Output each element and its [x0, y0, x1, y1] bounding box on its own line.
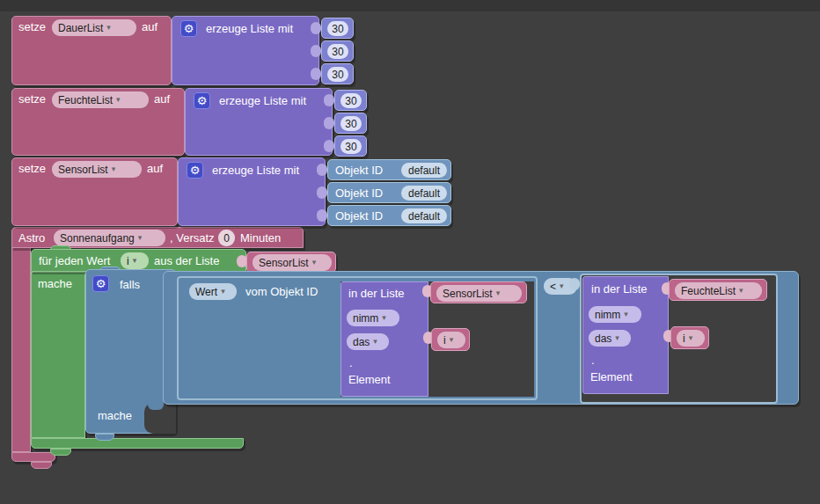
variable-dropdown[interactable]: SensorList ▾ [436, 285, 522, 302]
loop-do-label: mache [38, 277, 72, 290]
loop-block-bottom-bar[interactable] [31, 438, 244, 449]
variable-block-feuchtelist[interactable]: FeuchteList ▾ [669, 279, 767, 301]
variable-dropdown[interactable]: i ▾ [677, 330, 705, 347]
variable-dropdown-feuchtelist[interactable]: FeuchteList ▾ [52, 91, 149, 108]
in-der-liste-label: in der Liste [591, 282, 648, 296]
dropdown-arrow-icon: ▾ [615, 334, 619, 342]
create-list-label: erzeuge Liste mit [219, 94, 306, 107]
astro-event-dropdown[interactable]: Sonnenaufgang ▾ [54, 230, 165, 246]
object-id-label: Objekt ID [335, 164, 383, 177]
das-dropdown[interactable]: das ▾ [589, 330, 631, 347]
astro-unit-label: Minuten [240, 231, 281, 245]
workspace-top-edge [0, 0, 820, 11]
das-dropdown[interactable]: das ▾ [347, 333, 389, 350]
input-socket [569, 278, 580, 290]
variable-dropdown-dauerlist[interactable]: DauerList ▾ [52, 19, 136, 36]
loop-block-left-bar[interactable]: mache [31, 272, 85, 438]
gear-icon[interactable]: ⚙ [92, 275, 109, 292]
dropdown-arrow-icon: ▾ [112, 165, 116, 173]
set-keyword: setze [18, 92, 46, 106]
number-block[interactable]: 30 [321, 63, 354, 84]
number-block[interactable]: 30 [321, 40, 354, 62]
variable-block-sensorlist[interactable]: SensorList ▾ [246, 252, 336, 273]
astro-block-bottom-foot[interactable] [11, 452, 55, 462]
block-create-list-3[interactable]: ⚙ erzeuge Liste mit [178, 157, 326, 226]
block-set-feuchtelist[interactable]: setze FeuchteList ▾ auf [11, 88, 185, 156]
input-socket [311, 22, 321, 34]
nimm-dropdown[interactable]: nimm ▾ [589, 306, 641, 323]
loop-next-connector [50, 449, 71, 456]
dropdown-arrow-icon: ▾ [138, 234, 143, 242]
block-list-get-left[interactable]: in der Liste nimm ▾ das ▾ . Element [340, 281, 428, 397]
element-label: Element [590, 370, 633, 383]
number-block[interactable]: 30 [334, 135, 367, 157]
astro-block-left-bar[interactable] [11, 246, 31, 452]
number-field[interactable]: 30 [327, 21, 348, 36]
loop-variable-dropdown[interactable]: i ▾ [121, 252, 149, 269]
block-create-list-1[interactable]: ⚙ erzeuge Liste mit [172, 16, 319, 85]
number-field[interactable]: 30 [340, 93, 362, 108]
object-id-field[interactable]: default [401, 186, 447, 201]
astro-offset-field[interactable]: 0 [218, 230, 235, 246]
dropdown-arrow-icon: ▾ [450, 336, 454, 344]
object-id-block[interactable]: Objekt ID default [327, 182, 451, 203]
nimm-dropdown[interactable]: nimm ▾ [347, 310, 399, 326]
gear-icon[interactable]: ⚙ [180, 20, 197, 37]
variable-dropdown-sensorlist[interactable]: SensorList ▾ [52, 161, 142, 178]
number-field[interactable]: 30 [340, 139, 362, 154]
gear-icon[interactable]: ⚙ [194, 92, 210, 109]
in-der-liste-label: in der Liste [348, 287, 405, 300]
object-id-label: Objekt ID [335, 186, 383, 200]
block-list-get-right[interactable]: in der Liste nimm ▾ das ▾ . Element [582, 276, 669, 394]
number-field[interactable]: 30 [327, 44, 348, 59]
object-id-field[interactable]: default [401, 163, 447, 178]
number-field[interactable]: 30 [327, 67, 348, 82]
compare-left-operand-frame[interactable]: Wert ▾ vom Objekt ID in der Liste nimm ▾… [177, 276, 538, 400]
create-list-label: erzeuge Liste mit [206, 22, 293, 35]
astro-block-next-connector [31, 462, 52, 469]
dropdown-arrow-icon: ▾ [312, 259, 317, 267]
wert-dropdown[interactable]: Wert ▾ [189, 283, 237, 300]
input-socket [324, 94, 334, 106]
block-create-list-2[interactable]: ⚙ erzeuge Liste mit [185, 88, 333, 156]
loop-variable-name: i [127, 255, 129, 267]
dot-label: . [591, 354, 595, 367]
variable-block-sensorlist[interactable]: SensorList ▾ [430, 281, 527, 303]
block-compare[interactable]: Wert ▾ vom Objekt ID in der Liste nimm ▾… [163, 271, 799, 405]
falls-label: falls [120, 278, 140, 291]
falls-do-label: mache [98, 409, 132, 422]
object-id-field[interactable]: default [401, 208, 447, 223]
number-block[interactable]: 30 [334, 113, 367, 134]
dropdown-arrow-icon: ▾ [116, 96, 121, 104]
object-id-block[interactable]: Objekt ID default [327, 159, 451, 180]
set-aux-label: auf [147, 162, 163, 175]
set-keyword: setze [18, 20, 46, 33]
dropdown-arrow-icon: ▾ [739, 287, 743, 295]
object-id-block[interactable]: Objekt ID default [327, 205, 451, 226]
element-label: Element [348, 373, 391, 386]
set-aux-label: auf [154, 92, 170, 106]
vom-objekt-id-label: vom Objekt ID [245, 285, 318, 298]
input-socket [311, 68, 321, 80]
variable-block-i[interactable]: i ▾ [431, 328, 470, 351]
dropdown-arrow-icon: ▾ [221, 288, 225, 296]
block-set-sensorlist[interactable]: setze SensorList ▾ auf [11, 157, 178, 226]
set-aux-label: auf [142, 20, 157, 33]
number-block[interactable]: 30 [334, 90, 367, 111]
variable-name: FeuchteList [58, 94, 113, 106]
variable-dropdown[interactable]: FeuchteList ▾ [675, 282, 762, 299]
dropdown-arrow-icon: ▾ [496, 289, 501, 297]
variable-dropdown[interactable]: SensorList ▾ [253, 254, 332, 271]
compare-right-operand-frame[interactable]: in der Liste nimm ▾ das ▾ . Element Feuc… [580, 274, 778, 404]
variable-dropdown[interactable]: i ▾ [437, 332, 465, 348]
das-value: das [595, 332, 611, 345]
wert-value: Wert [195, 286, 217, 298]
gear-icon[interactable]: ⚙ [187, 162, 203, 179]
dropdown-arrow-icon: ▾ [373, 338, 377, 346]
variable-block-i[interactable]: i ▾ [670, 326, 709, 349]
number-block[interactable]: 30 [321, 18, 354, 39]
number-field[interactable]: 30 [340, 116, 362, 131]
blockly-workspace[interactable]: Astro Sonnenaufgang ▾ , Versatz 0 Minute… [0, 0, 820, 504]
block-set-dauerlist[interactable]: setze DauerList ▾ auf [11, 16, 172, 85]
dropdown-arrow-icon: ▾ [133, 257, 137, 265]
